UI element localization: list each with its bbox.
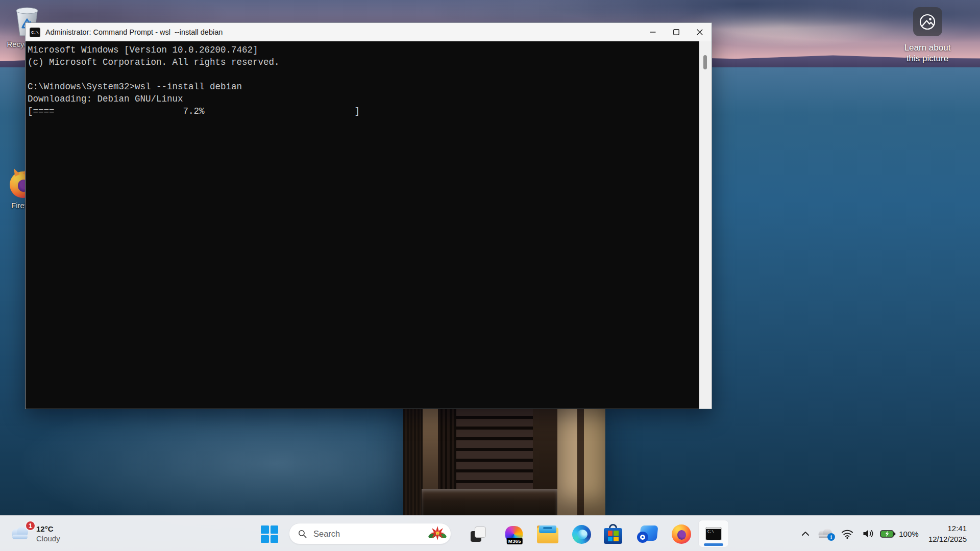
terminal-line: Downloading: Debian GNU/Linux — [28, 93, 699, 105]
maximize-icon — [673, 29, 679, 35]
weather-condition: Cloudy — [36, 534, 60, 543]
task-view-icon — [471, 527, 486, 542]
edge-icon — [572, 525, 591, 544]
firefox-icon — [672, 524, 691, 544]
taskbar: 1 12°C Cloudy — [0, 515, 980, 551]
volume-tray-button[interactable] — [858, 522, 879, 545]
close-icon — [697, 29, 703, 35]
wifi-icon — [841, 528, 854, 539]
start-button[interactable] — [258, 523, 281, 545]
m365-copilot-button[interactable]: M365 — [501, 523, 527, 545]
taskbar-search[interactable] — [289, 523, 451, 544]
window-title: Administrator: Command Prompt - wsl --in… — [45, 28, 641, 36]
cmd-icon: C:\ — [705, 527, 722, 540]
command-prompt-taskbar-button-active[interactable]: C:\ — [698, 520, 729, 547]
active-app-indicator — [704, 543, 723, 546]
search-icon — [298, 529, 307, 539]
outlook-icon — [637, 525, 657, 543]
terminal-progress-line: [==== 7.2% ] — [28, 105, 699, 117]
windows-logo-icon — [261, 525, 278, 543]
learn-about-line2: this picture — [897, 53, 958, 64]
weather-temperature: 12°C — [36, 524, 60, 533]
wifi-tray-button[interactable] — [837, 522, 858, 545]
cmd-window-icon: C:\ — [30, 28, 40, 37]
terminal-output[interactable]: Microsoft Windows [Version 10.0.26200.74… — [26, 41, 699, 409]
battery-tray-button[interactable]: 100% — [879, 522, 919, 545]
store-icon — [604, 524, 622, 544]
speaker-icon — [862, 528, 875, 539]
learn-about-picture-widget[interactable]: Learn about this picture — [897, 7, 958, 64]
onedrive-info-badge: i — [827, 533, 835, 541]
maximize-button[interactable] — [665, 23, 688, 41]
file-explorer-button[interactable] — [535, 523, 560, 545]
search-input[interactable] — [313, 529, 428, 539]
terminal-line: Microsoft Windows [Version 10.0.26200.74… — [28, 44, 699, 56]
edge-browser-button[interactable] — [569, 523, 594, 545]
poinsettia-flower-icon — [428, 525, 447, 542]
learn-about-line1: Learn about — [897, 42, 958, 53]
chevron-up-icon — [801, 531, 810, 536]
tray-time: 12:41 — [928, 523, 967, 534]
folder-icon — [537, 525, 558, 543]
tray-date: 12/12/2025 — [928, 534, 967, 544]
minimize-button[interactable] — [641, 23, 665, 41]
battery-charging-icon — [880, 530, 896, 538]
m365-badge: M365 — [507, 538, 523, 544]
notification-badge: 1 — [25, 520, 36, 531]
task-view-button[interactable] — [467, 523, 490, 545]
terminal-scrollbar[interactable] — [699, 41, 712, 409]
weather-widget[interactable]: 1 12°C Cloudy — [9, 521, 60, 546]
copilot-icon: M365 — [505, 526, 523, 542]
picture-icon — [913, 7, 942, 36]
close-button[interactable] — [688, 23, 712, 41]
window-titlebar[interactable]: C:\ Administrator: Command Prompt - wsl … — [26, 23, 712, 41]
terminal-line — [28, 68, 699, 81]
system-tray: i — [797, 516, 980, 551]
clock[interactable]: 12:41 12/12/2025 — [928, 523, 967, 544]
microsoft-store-button[interactable] — [600, 523, 626, 545]
onedrive-tray-button[interactable]: i — [814, 522, 837, 545]
command-prompt-window: C:\ Administrator: Command Prompt - wsl … — [25, 22, 712, 409]
battery-percent: 100% — [899, 530, 918, 538]
tray-overflow-button[interactable] — [797, 522, 814, 545]
firefox-taskbar-button[interactable] — [669, 523, 694, 545]
outlook-button[interactable] — [634, 523, 660, 545]
scrollbar-thumb[interactable] — [703, 55, 707, 69]
terminal-line: (c) Microsoft Corporation. All rights re… — [28, 56, 699, 68]
minimize-icon — [650, 29, 656, 35]
wallpaper-pier — [403, 408, 605, 516]
terminal-line: C:\Windows\System32>wsl --install debian — [28, 81, 699, 93]
